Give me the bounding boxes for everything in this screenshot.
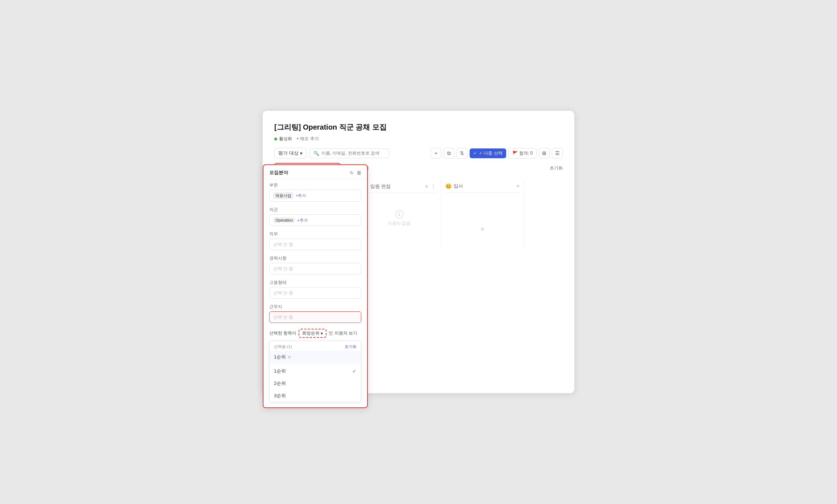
placeholder-emptype: 선택 안 함 bbox=[273, 290, 293, 296]
placeholder-career: 선택 안 함 bbox=[273, 266, 293, 272]
col-icon-onboard: 😊 bbox=[445, 183, 451, 189]
chevron-down-icon: ▾ bbox=[321, 331, 323, 336]
label-emptype: 고용형태 bbox=[269, 280, 361, 286]
popup-bottom: 선택한 항목이 희망순위 ▾ 인 지원자 보기 선택됨 (1) 초기화 1순위 … bbox=[263, 325, 367, 407]
add-memo-button[interactable]: + 메모 추가 bbox=[296, 136, 319, 142]
col-label-executive: 임원 면접 bbox=[370, 183, 391, 190]
dropdown-list: 선택됨 (1) 초기화 1순위 ✕ 1순위 ✓ 2순위 bbox=[269, 341, 361, 402]
option-label-2nd: 2순위 bbox=[274, 380, 286, 387]
popup-section-job: 직무 선택 안 함 bbox=[263, 228, 367, 252]
field-job[interactable]: 선택 안 함 bbox=[269, 239, 361, 250]
grid-view-button[interactable]: ⊞ bbox=[539, 148, 550, 159]
dropdown-reset[interactable]: 초기화 bbox=[345, 344, 357, 349]
dropdown-selected-count: 선택됨 (1) bbox=[274, 344, 292, 349]
label-jobgroup: 직군 bbox=[269, 207, 361, 213]
plus-icon: + bbox=[434, 150, 437, 156]
status-label: 활성화 bbox=[279, 136, 292, 142]
search-icon: 🔍 bbox=[313, 151, 319, 156]
field-jobgroup[interactable]: Operation +추가 bbox=[269, 214, 361, 226]
label-location: 근무지 bbox=[269, 304, 361, 310]
checkmark-icon: ✓ bbox=[473, 151, 477, 156]
empty-col-executive: ℹ 지원자 없음 bbox=[362, 196, 436, 241]
dropdown-option-2nd[interactable]: 2순위 bbox=[270, 377, 361, 390]
popup-header-icons: ↻ 🗑 bbox=[350, 170, 361, 176]
popup-section-location: 근무지 선택 안 함 bbox=[263, 301, 367, 325]
search-input[interactable] bbox=[321, 151, 385, 156]
col-more-executive[interactable]: ⋮ bbox=[430, 183, 436, 190]
bottom-text-before: 선택한 항목이 bbox=[269, 330, 296, 336]
check-icon-1st: ✓ bbox=[352, 368, 357, 374]
add-button[interactable]: + bbox=[430, 148, 441, 159]
label-career: 경력사항 bbox=[269, 255, 361, 261]
tag-department: 채용사업 bbox=[273, 192, 293, 199]
flag-icon: 🚩 bbox=[512, 151, 518, 156]
chevron-down-icon: ▾ bbox=[300, 151, 303, 156]
label-job: 직무 bbox=[269, 231, 361, 237]
add-department[interactable]: +추가 bbox=[296, 193, 306, 198]
option-label-1st: 1순위 bbox=[274, 368, 286, 374]
dropdown-item-selected-1st[interactable]: 1순위 ✕ bbox=[270, 351, 361, 363]
eval-label: 평가 대상 bbox=[278, 150, 299, 156]
col-header-onboard: 😊 입사 + bbox=[445, 179, 520, 193]
kanban-col-executive: 😊 임원 면접 + ⋮ ℹ 지원자 없음 bbox=[358, 179, 441, 248]
dropdown-item-label-1st-selected: 1순위 bbox=[274, 354, 286, 360]
filter-popup: 모집분야 ↻ 🗑 부문 채용사업 +추가 직군 Operation +추가 직무 bbox=[263, 164, 368, 408]
page-title: [그리팅] Operation 직군 공채 모집 bbox=[274, 122, 563, 132]
option-label-3rd: 3순위 bbox=[274, 392, 286, 399]
bottom-text-after: 인 지원자 보기 bbox=[329, 330, 357, 336]
popup-header: 모집분야 ↻ 🗑 bbox=[263, 165, 367, 179]
remove-icon-1st[interactable]: ✕ bbox=[287, 354, 291, 360]
multi-select-button[interactable]: ✓ ✓ 다중 선택 bbox=[470, 148, 506, 158]
label-department: 부문 bbox=[269, 182, 361, 188]
status-badge: 활성화 bbox=[274, 136, 292, 142]
dropdown-label: 희망순위 bbox=[302, 330, 320, 336]
popup-section-career: 경력사항 선택 안 함 bbox=[263, 252, 367, 277]
sort-button[interactable]: ⇅ bbox=[457, 148, 467, 159]
grid-icon: ⊞ bbox=[542, 150, 546, 156]
add-jobgroup[interactable]: +추가 bbox=[297, 218, 307, 223]
popup-title: 모집분야 bbox=[269, 169, 288, 176]
multi-select-label: ✓ 다중 선택 bbox=[479, 150, 503, 156]
field-career[interactable]: 선택 안 함 bbox=[269, 263, 361, 274]
priority-dropdown-button[interactable]: 희망순위 ▾ bbox=[299, 329, 326, 338]
status-row: 활성화 + 메모 추가 bbox=[274, 136, 563, 142]
field-department[interactable]: 채용사업 +추가 bbox=[269, 190, 361, 202]
list-icon: ☰ bbox=[555, 150, 560, 156]
eval-select[interactable]: 평가 대상 ▾ bbox=[274, 148, 307, 159]
placeholder-location: 선택 안 함 bbox=[273, 314, 293, 320]
dropdown-list-header: 선택됨 (1) 초기화 bbox=[270, 341, 361, 351]
empty-plus-onboard[interactable]: + bbox=[480, 224, 485, 234]
popup-section-emptype: 고용형태 선택 안 함 bbox=[263, 277, 367, 301]
bottom-row: 선택한 항목이 희망순위 ▾ 인 지원자 보기 bbox=[269, 329, 361, 338]
delete-icon[interactable]: 🗑 bbox=[357, 170, 361, 176]
col-add-onboard[interactable]: + bbox=[516, 183, 520, 189]
toolbar: 평가 대상 ▾ 🔍 + ⧉ ⇅ ✓ ✓ 다중 선택 🚩 합격: 0 bbox=[274, 148, 563, 159]
search-box[interactable]: 🔍 bbox=[309, 148, 389, 158]
divider bbox=[270, 364, 361, 364]
reset-button[interactable]: 초기화 bbox=[550, 165, 563, 171]
info-icon-executive: ℹ bbox=[395, 210, 403, 218]
col-header-executive: 😊 임원 면접 + ⋮ bbox=[362, 179, 436, 193]
refresh-icon[interactable]: ↻ bbox=[350, 170, 354, 176]
col-add-executive[interactable]: + bbox=[425, 183, 428, 190]
pass-count-button[interactable]: 🚩 합격: 0 bbox=[508, 148, 537, 159]
tag-jobgroup: Operation bbox=[273, 217, 295, 223]
popup-section-jobgroup: 직군 Operation +추가 bbox=[263, 204, 367, 228]
main-card: [그리팅] Operation 직군 공채 모집 활성화 + 메모 추가 평가 … bbox=[263, 111, 574, 393]
field-location[interactable]: 선택 안 함 bbox=[269, 311, 361, 323]
dropdown-option-1st[interactable]: 1순위 ✓ bbox=[270, 365, 361, 377]
empty-col-onboard: + bbox=[445, 196, 520, 248]
popup-section-department: 부문 채용사업 +추가 bbox=[263, 179, 367, 204]
kanban-col-onboard: 😊 입사 + + bbox=[441, 179, 524, 248]
filter-button[interactable]: ⧉ bbox=[444, 148, 454, 159]
filter-icon: ⧉ bbox=[447, 150, 451, 156]
status-dot bbox=[274, 138, 277, 140]
list-view-button[interactable]: ☰ bbox=[552, 148, 563, 159]
sort-icon: ⇅ bbox=[460, 150, 464, 156]
placeholder-job: 선택 안 함 bbox=[273, 242, 293, 248]
dropdown-option-3rd[interactable]: 3순위 bbox=[270, 390, 361, 402]
field-emptype[interactable]: 선택 안 함 bbox=[269, 287, 361, 299]
col-label-onboard: 입사 bbox=[454, 183, 463, 189]
empty-text-executive: 지원자 없음 bbox=[388, 220, 411, 227]
toolbar-right: + ⧉ ⇅ ✓ ✓ 다중 선택 🚩 합격: 0 ⊞ ☰ bbox=[430, 148, 563, 159]
